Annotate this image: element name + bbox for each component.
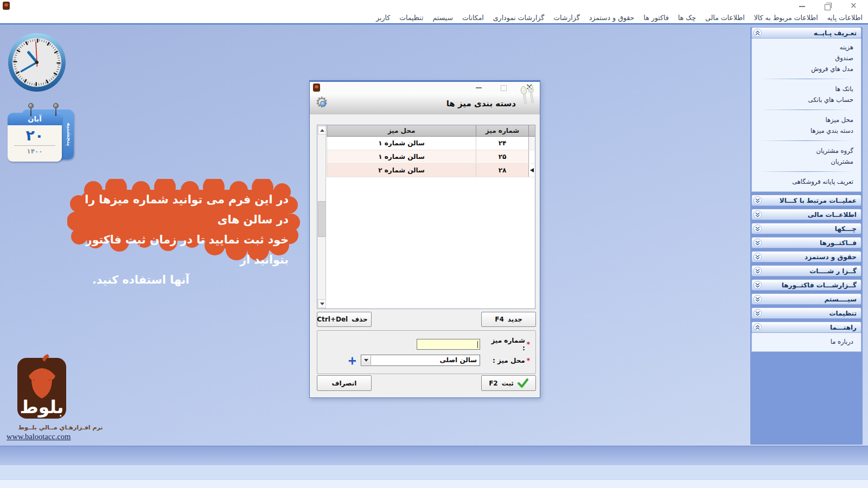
section-title: سیــــستم xyxy=(824,296,857,303)
calendar-pin xyxy=(28,103,34,108)
sidebar-item-customers[interactable]: مشتریان xyxy=(752,156,861,167)
restore-icon[interactable] xyxy=(825,4,831,10)
grid-scrollbar[interactable] xyxy=(317,125,326,309)
chevron-down-icon[interactable] xyxy=(754,196,762,204)
section-title: گــزا ر شــــات xyxy=(809,267,857,275)
calendar-widget: پنجشنبه آبان ۲۰ ۱۴۰۰ xyxy=(7,105,77,164)
grid-header-table-number[interactable]: شماره میز xyxy=(476,125,528,136)
menu-item-goods-info[interactable]: اطلاعات مربوط به کالا xyxy=(754,14,818,22)
sidebar-section-base-definitions[interactable]: تعـریف پـایــه xyxy=(751,27,861,38)
sidebar: تعـریف پـایــه هزینه صندوق مدل هاي فروش … xyxy=(750,27,863,445)
calendar-year: ۱۴۰۰ xyxy=(8,147,62,155)
sidebar-item-customer-groups[interactable]: گروه مشتریان xyxy=(752,145,861,156)
logo-wordmark: بلوط xyxy=(20,396,64,418)
chevron-down-icon[interactable] xyxy=(754,267,762,275)
sidebar-section-financial-info[interactable]: اطلاعــات مالی xyxy=(751,209,861,220)
sidebar-item-expense[interactable]: هزینه xyxy=(752,42,861,53)
grid-empty-area xyxy=(327,177,535,309)
sidebar-item-cashbox[interactable]: صندوق xyxy=(752,53,861,63)
section-title: چـــکها xyxy=(835,225,857,233)
new-button[interactable]: جدید F4 xyxy=(481,312,536,327)
menu-item-reports[interactable]: گزارشات xyxy=(553,14,579,22)
sidebar-section-reports[interactable]: گــزا ر شــــات xyxy=(751,265,861,277)
chevron-down-icon[interactable] xyxy=(754,210,762,219)
menu-item-system[interactable]: سیستم xyxy=(432,14,453,22)
brand-tagline: نرم افـزارهـاي مــالي بلــوط xyxy=(2,424,119,431)
table-row[interactable]: ۲۴ سالن شماره ۱ xyxy=(327,137,535,150)
sidebar-section-cheques[interactable]: چـــکها xyxy=(751,223,861,234)
table-grouping-dialog: × ⚙ دسته بندی میز ها xyxy=(309,80,540,398)
delete-button[interactable]: حذف Ctrl+Del xyxy=(317,312,372,327)
menu-item-invoices[interactable]: فاکتور ها xyxy=(643,14,668,22)
sidebar-item-bank-accounts[interactable]: حساب هاي بانکی xyxy=(752,94,861,105)
gear-icon[interactable]: ⚙ xyxy=(315,95,330,111)
table-location-label: محل میز : xyxy=(493,357,525,364)
delete-button-shortcut: Ctrl+Del xyxy=(317,316,348,323)
scrollbar-thumb[interactable] xyxy=(318,201,326,237)
sidebar-section-invoice-reports[interactable]: گــزارشـــات فاکتــورها xyxy=(751,279,861,291)
sidebar-section-content: هزینه صندوق مدل هاي فروش بانک ها حساب ها… xyxy=(751,38,861,192)
chevron-up-icon[interactable] xyxy=(754,29,762,37)
menu-item-settings[interactable]: تنظیمات xyxy=(399,14,423,22)
divider xyxy=(760,140,853,141)
sidebar-section-settings[interactable]: تنظیمات xyxy=(751,307,861,319)
menu-item-user[interactable]: کاربر xyxy=(376,14,390,22)
chevron-down-icon[interactable] xyxy=(754,281,762,289)
sidebar-item-table-grouping[interactable]: دسته بندي میزها xyxy=(752,125,861,136)
menu-item-payroll[interactable]: حقوق و دستمزد xyxy=(589,14,635,22)
add-location-button[interactable]: + xyxy=(347,356,357,365)
section-title: تنظیمات xyxy=(829,310,857,317)
cell-table-location: سالن شماره ۲ xyxy=(327,164,476,177)
menu-item-facilities[interactable]: امکانات xyxy=(462,14,484,22)
new-button-shortcut: F4 xyxy=(495,316,504,323)
chevron-down-icon[interactable] xyxy=(754,309,762,317)
status-band-upper xyxy=(0,446,868,466)
chevron-down-icon[interactable] xyxy=(754,239,762,247)
menu-item-cheques[interactable]: چک ها xyxy=(678,14,696,22)
submit-button[interactable]: ثبت F2 xyxy=(481,375,536,391)
sidebar-section-payroll[interactable]: حقوق و دستمزد xyxy=(751,251,861,262)
row-selector-current[interactable] xyxy=(528,164,535,177)
entry-fieldset: * شماره میز : * محل میز : سالن اصلی + xyxy=(317,330,536,374)
chevron-down-icon[interactable] xyxy=(754,224,762,233)
sidebar-item-pos-terminal[interactable]: تعریف پایانه فروشگاهی xyxy=(752,176,861,187)
website-link[interactable]: www.balootacc.com xyxy=(7,432,71,441)
application-window: × اطلاعات پایه اطلاعات مربوط به کالا اطل… xyxy=(0,0,868,488)
menu-item-base-info[interactable]: اطلاعات پایه xyxy=(827,14,863,22)
sidebar-item-sale-models[interactable]: مدل هاي فروش xyxy=(752,63,861,74)
table-location-combobox[interactable]: سالن اصلی xyxy=(361,355,480,366)
delete-button-label: حذف xyxy=(352,316,368,323)
sidebar-item-table-locations[interactable]: محل میزها xyxy=(752,114,861,125)
sidebar-section-invoices[interactable]: فــاکتــورها xyxy=(751,237,861,248)
row-selector[interactable] xyxy=(528,150,535,163)
close-icon[interactable]: × xyxy=(850,2,857,9)
menu-item-chart-reports[interactable]: گزارشات نموداری xyxy=(493,14,544,22)
sidebar-section-goods-operations[interactable]: عملیــات مرتبط با کـــالا xyxy=(751,195,861,206)
sidebar-section-system[interactable]: سیــــستم xyxy=(751,293,861,305)
row-selector[interactable] xyxy=(528,137,535,150)
table-number-input[interactable] xyxy=(417,339,480,350)
app-logo-icon xyxy=(313,84,320,92)
chevron-up-icon[interactable] xyxy=(754,323,762,331)
table-row-selected[interactable]: ۲۸ سالن شماره ۲ xyxy=(327,164,535,177)
dialog-minimize-icon[interactable] xyxy=(476,82,482,88)
grid-header-table-location[interactable]: محل میز xyxy=(327,125,476,136)
window-titlebar: × xyxy=(0,0,868,12)
sidebar-item-banks[interactable]: بانک ها xyxy=(752,84,861,94)
scroll-up-icon[interactable] xyxy=(318,126,326,134)
menu-item-financial-info[interactable]: اطلاعات مالی xyxy=(705,14,745,22)
combobox-dropdown-icon[interactable] xyxy=(362,356,371,365)
minimize-icon[interactable] xyxy=(799,3,805,7)
calendar-pin xyxy=(53,103,59,108)
section-title: عملیــات مرتبط با کـــالا xyxy=(780,197,857,204)
cancel-button[interactable]: انصراف xyxy=(317,375,372,391)
chevron-down-icon[interactable] xyxy=(754,295,762,303)
chevron-down-icon[interactable] xyxy=(754,253,762,261)
sidebar-item-about-us[interactable]: درباره ما xyxy=(752,336,861,347)
scroll-down-icon[interactable] xyxy=(318,299,326,308)
calendar-day: ۲۰ xyxy=(8,127,62,144)
table-row[interactable]: ۲۵ سالن شماره ۱ xyxy=(327,150,535,164)
utensils-icon xyxy=(519,85,535,105)
sidebar-section-help[interactable]: راهنـــما xyxy=(751,322,861,333)
dialog-maximize-icon[interactable] xyxy=(501,85,507,91)
